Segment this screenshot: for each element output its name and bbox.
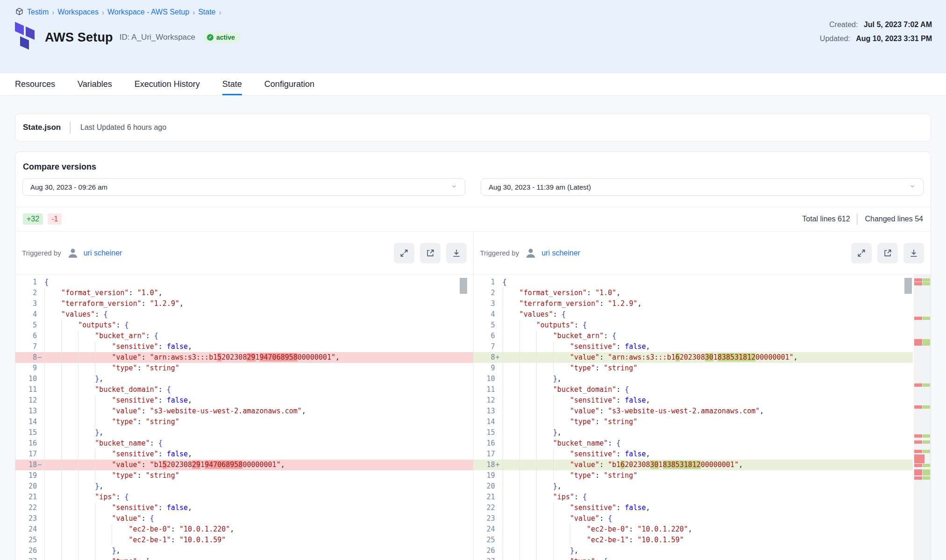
indent-guide	[536, 556, 553, 560]
indent-guide	[503, 363, 519, 374]
chevron-right-icon: ›	[52, 7, 54, 17]
download-icon[interactable]	[446, 243, 467, 263]
minimap-added-mark	[923, 405, 930, 409]
line-number: 2	[15, 288, 37, 298]
indent-guide	[519, 481, 536, 492]
indent-guide	[503, 417, 519, 427]
indent-guide	[553, 460, 570, 470]
code-line: 19"type": "string"	[474, 470, 913, 481]
indent-guide	[44, 352, 61, 363]
scrollbar-thumb[interactable]	[904, 278, 912, 294]
breadcrumb-link[interactable]: Workspaces	[57, 8, 99, 16]
page-header: Testim›Workspaces›Workspace - AWS Setup›…	[0, 0, 946, 73]
code-text: "sensitive": false,	[503, 341, 913, 352]
minimap-added-mark	[923, 278, 930, 282]
indent-guide	[44, 331, 61, 341]
triggered-by-user[interactable]: uri scheiner	[84, 249, 122, 257]
indent-guide	[44, 492, 61, 503]
code-line: 20},	[15, 481, 473, 492]
indent-guide	[536, 384, 553, 395]
indent-guide	[44, 513, 61, 524]
indent-guide	[536, 427, 553, 438]
code-line: 16"bucket_name": {	[474, 438, 913, 449]
scrollbar-thumb[interactable]	[460, 278, 467, 294]
indent-guide	[519, 535, 536, 546]
code-text: "type": "string"	[44, 363, 473, 374]
breadcrumb-link[interactable]: Testim	[27, 8, 49, 16]
indent-guide	[519, 449, 536, 460]
code-line: 7"sensitive": false,	[474, 341, 913, 352]
diff-marker	[37, 492, 44, 503]
indent-guide	[44, 395, 61, 406]
indent-guide	[503, 460, 519, 470]
indent-guide	[78, 331, 95, 341]
code-line: 26},	[15, 546, 473, 556]
changed-lines: Changed lines 54	[865, 215, 923, 223]
code-line: 6"bucket_arn": {	[474, 331, 913, 341]
line-number: 25	[15, 535, 37, 546]
tab-resources[interactable]: Resources	[15, 73, 55, 95]
code-editor-right[interactable]: 1{2"format_version": "1.0",3"terraform_v…	[474, 275, 931, 560]
tab-execution-history[interactable]: Execution History	[135, 73, 200, 95]
minimap-removed-mark	[914, 472, 922, 475]
indent-guide	[95, 341, 112, 352]
chevron-right-icon: ›	[219, 7, 221, 17]
minimap-added-mark	[923, 464, 930, 467]
external-link-icon[interactable]	[877, 243, 898, 263]
tab-configuration[interactable]: Configuration	[264, 73, 314, 95]
code-editor-left[interactable]: 1{2"format_version": "1.0",3"terraform_v…	[15, 275, 473, 560]
minimap-removed-mark	[914, 450, 922, 453]
diff-marker	[495, 417, 503, 427]
indent-guide	[536, 417, 553, 427]
indent-guide	[61, 331, 78, 341]
tab-state[interactable]: State	[222, 73, 242, 95]
minimap-removed-mark	[914, 317, 922, 320]
indent-guide	[519, 352, 536, 363]
triggered-by-user[interactable]: uri scheiner	[541, 249, 580, 257]
code-text: "values": {	[44, 309, 473, 320]
added-lines-chip: +32	[23, 213, 43, 225]
external-link-icon[interactable]	[420, 243, 441, 263]
code-text: },	[44, 427, 473, 438]
state-file-card: State.json │ Last Updated 6 hours ago	[15, 113, 931, 142]
indent-guide	[553, 352, 570, 363]
code-line: 3"terraform_version": "1.2.9",	[15, 298, 473, 309]
diff-marker	[37, 298, 44, 309]
code-line: 13"value": "s3-website-us-west-2.amazona…	[15, 406, 473, 417]
triggered-by-row: Triggered by uri scheiner	[15, 232, 473, 275]
tab-variables[interactable]: Variables	[78, 73, 112, 95]
code-line: 5"outputs": {	[474, 320, 913, 331]
chevron-down-icon	[909, 183, 916, 191]
right-version-select[interactable]: Aug 30, 2023 - 11:39 am (Latest)	[481, 178, 924, 196]
indent-guide	[536, 438, 553, 449]
indent-guide	[78, 352, 95, 363]
indent-guide	[44, 374, 61, 384]
chevron-down-icon	[451, 183, 457, 191]
diff-marker	[37, 341, 44, 352]
expand-icon[interactable]	[851, 243, 872, 263]
expand-icon[interactable]	[394, 243, 414, 263]
breadcrumb-link[interactable]: State	[198, 8, 215, 16]
diff-marker: −	[37, 352, 44, 363]
diff-marker	[495, 298, 503, 309]
minimap-added-mark	[923, 440, 930, 444]
updated-value: Aug 10, 2023 3:31 PM	[856, 35, 932, 43]
indent-guide	[536, 535, 553, 546]
indent-guide	[44, 481, 61, 492]
left-version-select[interactable]: Aug 30, 2023 - 09:26 am	[22, 178, 465, 196]
diff-marker	[495, 331, 503, 341]
download-icon[interactable]	[903, 243, 924, 263]
indent-guide	[44, 556, 61, 560]
indent-guide	[78, 363, 95, 374]
code-line: 18−"value": "b15202308291947068958000000…	[15, 460, 473, 470]
diff-minimap[interactable]	[914, 275, 931, 560]
indent-guide	[44, 406, 61, 417]
diff-marker: −	[37, 460, 44, 470]
compare-versions-title: Compare versions	[15, 152, 931, 178]
indent-guide	[503, 352, 519, 363]
diff-marker	[37, 427, 44, 438]
indent-guide	[78, 460, 95, 470]
line-number: 8	[474, 352, 495, 363]
code-line: 16"bucket_name": {	[15, 438, 473, 449]
breadcrumb-link[interactable]: Workspace - AWS Setup	[107, 8, 189, 16]
